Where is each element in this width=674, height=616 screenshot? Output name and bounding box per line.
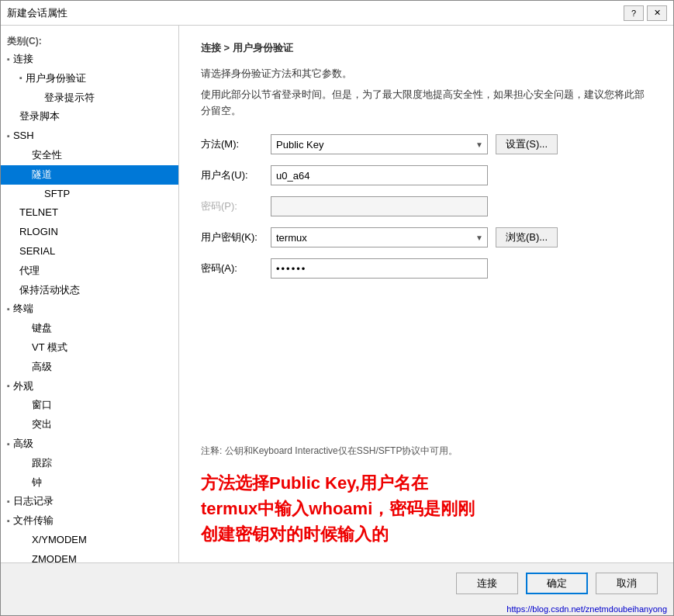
sidebar-item-clock[interactable]: 钟 bbox=[1, 473, 178, 493]
user-key-label: 用户密钥(K): bbox=[201, 230, 271, 244]
password-label: 密码(P): bbox=[201, 199, 271, 213]
advanced-label: 高级 bbox=[13, 436, 33, 452]
terminal-label: 终端 bbox=[13, 301, 33, 317]
sidebar-item-ssh[interactable]: ▪ SSH bbox=[1, 126, 178, 146]
sidebar-item-trace[interactable]: 跟踪 bbox=[1, 454, 178, 473]
dialog-title: 新建会话属性 bbox=[7, 6, 67, 20]
connection-label: 连接 bbox=[13, 51, 33, 67]
expand-icon-ua: ▪ bbox=[19, 71, 22, 85]
note-text: 注释: 公钥和Keyboard Interactive仅在SSH/SFTP协议中… bbox=[201, 445, 652, 458]
expand-icon: ▪ bbox=[7, 53, 10, 67]
sidebar-item-login-hint[interactable]: 登录提示符 bbox=[1, 88, 178, 108]
appearance-label: 外观 bbox=[13, 379, 33, 395]
description: 请选择身份验证方法和其它参数。 使用此部分以节省登录时间。但是，为了最大限度地提… bbox=[201, 66, 652, 119]
sidebar-item-terminal[interactable]: ▪ 终端 bbox=[1, 299, 178, 319]
category-label: 类别(C): bbox=[1, 32, 178, 50]
browse-button[interactable]: 浏览(B)... bbox=[496, 227, 558, 247]
sidebar: 类别(C): ▪ 连接 ▪ 用户身份验证 登录提示符 登录脚本 ▪ SSH 安全… bbox=[1, 26, 179, 562]
expand-icon-term: ▪ bbox=[7, 303, 10, 317]
sidebar-item-serial[interactable]: SERIAL bbox=[1, 242, 178, 261]
username-label: 用户名(U): bbox=[201, 168, 271, 182]
title-bar-controls: ? ✕ bbox=[624, 5, 667, 21]
method-select-wrapper: Public Key Password Keyboard Interactive… bbox=[271, 134, 488, 154]
user-key-select[interactable]: termux bbox=[271, 227, 488, 247]
cancel-button[interactable]: 取消 bbox=[596, 573, 658, 594]
watermark: https://blog.csdn.net/znetmdoubeihanyong bbox=[1, 603, 673, 615]
sidebar-item-file-transfer[interactable]: ▪ 文件传输 bbox=[1, 511, 178, 531]
sidebar-item-zmodem[interactable]: ZMODEM bbox=[1, 550, 178, 562]
expand-icon-ssh: ▪ bbox=[7, 130, 10, 144]
logging-label: 日志记录 bbox=[13, 493, 54, 510]
passphrase-label: 密码(A): bbox=[201, 261, 271, 275]
annotation-text: 方法选择Public Key,用户名在 termux中输入whoami，密码是刚… bbox=[201, 470, 652, 547]
dialog-window: 新建会话属性 ? ✕ 类别(C): ▪ 连接 ▪ 用户身份验证 登录提示符 登录… bbox=[0, 0, 674, 616]
desc-line1: 请选择身份验证方法和其它参数。 bbox=[201, 66, 652, 82]
sidebar-item-security[interactable]: 安全性 bbox=[1, 146, 178, 165]
sidebar-item-telnet[interactable]: TELNET bbox=[1, 203, 178, 223]
username-input[interactable] bbox=[271, 165, 488, 185]
sidebar-item-keepalive[interactable]: 保持活动状态 bbox=[1, 281, 178, 300]
method-select[interactable]: Public Key Password Keyboard Interactive… bbox=[271, 134, 488, 154]
expand-icon-adv: ▪ bbox=[7, 438, 10, 452]
method-row: 方法(M): Public Key Password Keyboard Inte… bbox=[201, 134, 652, 154]
sidebar-item-rlogin[interactable]: RLOGIN bbox=[1, 223, 178, 242]
sidebar-item-tunnel[interactable]: 隧道 bbox=[1, 165, 178, 185]
dialog-footer: 连接 确定 取消 bbox=[1, 562, 673, 603]
username-row: 用户名(U): bbox=[201, 165, 652, 185]
expand-icon-app: ▪ bbox=[7, 379, 10, 393]
passphrase-row: 密码(A): bbox=[201, 258, 652, 279]
user-key-row: 用户密钥(K): termux ▼ 浏览(B)... bbox=[201, 227, 652, 247]
settings-button[interactable]: 设置(S)... bbox=[496, 134, 558, 154]
dialog-body: 类别(C): ▪ 连接 ▪ 用户身份验证 登录提示符 登录脚本 ▪ SSH 安全… bbox=[1, 26, 673, 562]
sidebar-item-vt-mode[interactable]: VT 模式 bbox=[1, 338, 178, 358]
connect-button[interactable]: 连接 bbox=[456, 573, 518, 594]
title-bar: 新建会话属性 ? ✕ bbox=[1, 1, 673, 26]
file-transfer-label: 文件传输 bbox=[13, 513, 54, 529]
user-auth-label: 用户身份验证 bbox=[26, 71, 86, 87]
sidebar-item-login-script[interactable]: 登录脚本 bbox=[1, 107, 178, 126]
expand-icon-log: ▪ bbox=[7, 495, 10, 509]
ssh-label: SSH bbox=[13, 128, 34, 144]
sidebar-item-xymodem[interactable]: X/YMODEM bbox=[1, 531, 178, 550]
close-button[interactable]: ✕ bbox=[647, 5, 667, 21]
method-label: 方法(M): bbox=[201, 137, 271, 151]
sidebar-item-logging[interactable]: ▪ 日志记录 bbox=[1, 492, 178, 511]
password-row: 密码(P): bbox=[201, 196, 652, 216]
sidebar-item-keyboard[interactable]: 键盘 bbox=[1, 319, 178, 338]
sidebar-item-highlight[interactable]: 突出 bbox=[1, 415, 178, 434]
help-button[interactable]: ? bbox=[624, 5, 644, 21]
sidebar-item-advanced[interactable]: ▪ 高级 bbox=[1, 434, 178, 454]
desc-line2: 使用此部分以节省登录时间。但是，为了最大限度地提高安全性，如果担心安全问题，建议… bbox=[201, 87, 652, 119]
user-key-select-wrapper: termux ▼ bbox=[271, 227, 488, 247]
sidebar-item-advanced-terminal[interactable]: 高级 bbox=[1, 358, 178, 377]
expand-icon-ft: ▪ bbox=[7, 514, 10, 528]
sidebar-item-appearance[interactable]: ▪ 外观 bbox=[1, 377, 178, 396]
sidebar-item-window[interactable]: 窗口 bbox=[1, 396, 178, 415]
sidebar-item-sftp[interactable]: SFTP bbox=[1, 185, 178, 204]
sidebar-item-proxy[interactable]: 代理 bbox=[1, 261, 178, 281]
ok-button[interactable]: 确定 bbox=[526, 573, 588, 594]
sidebar-item-connection[interactable]: ▪ 连接 bbox=[1, 50, 178, 69]
form-section: 方法(M): Public Key Password Keyboard Inte… bbox=[201, 134, 652, 429]
password-input bbox=[271, 196, 488, 216]
sidebar-item-user-auth[interactable]: ▪ 用户身份验证 bbox=[1, 69, 178, 88]
breadcrumb: 连接 > 用户身份验证 bbox=[201, 41, 652, 55]
passphrase-input[interactable] bbox=[271, 258, 488, 279]
main-content: 连接 > 用户身份验证 请选择身份验证方法和其它参数。 使用此部分以节省登录时间… bbox=[179, 26, 673, 562]
